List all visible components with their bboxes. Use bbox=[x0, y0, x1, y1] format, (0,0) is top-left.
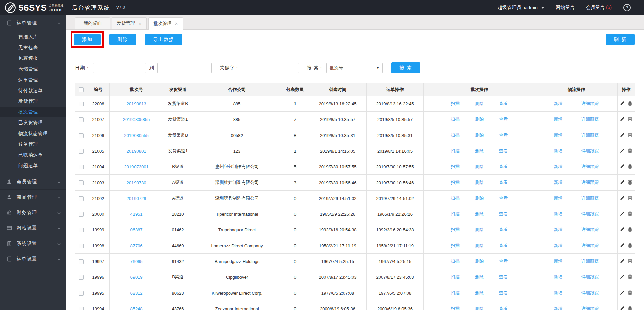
row-checkbox[interactable] bbox=[79, 259, 84, 264]
batch-no-link[interactable]: 20190730 bbox=[127, 180, 146, 185]
logistics-track-link[interactable]: 详细跟踪 bbox=[581, 258, 599, 264]
edit-icon[interactable] bbox=[620, 180, 625, 185]
batch-view-link[interactable]: 查看 bbox=[499, 211, 508, 217]
edit-icon[interactable] bbox=[620, 117, 625, 121]
logistics-add-link[interactable]: 新增 bbox=[554, 148, 562, 154]
logistics-add-link[interactable]: 新增 bbox=[554, 101, 562, 107]
sidebar-item-无主包裹[interactable]: 无主包裹 bbox=[0, 42, 66, 53]
batch-scan-link[interactable]: 扫描 bbox=[451, 195, 460, 201]
row-checkbox[interactable] bbox=[79, 180, 84, 185]
batch-no-link[interactable]: 87706 bbox=[130, 243, 142, 248]
sidebar-item-物流状态管理[interactable]: 物流状态管理 bbox=[0, 128, 66, 139]
logistics-track-link[interactable]: 详细跟踪 bbox=[581, 101, 599, 107]
sidebar-item-问题运单[interactable]: 问题运单 bbox=[0, 160, 66, 171]
row-checkbox[interactable] bbox=[79, 133, 84, 138]
refresh-button[interactable]: 刷 新 bbox=[606, 34, 635, 45]
logistics-add-link[interactable]: 新增 bbox=[554, 306, 562, 310]
batch-view-link[interactable]: 查看 bbox=[499, 116, 508, 122]
batch-no-link[interactable]: 20190805855 bbox=[123, 117, 150, 122]
member-messages-link[interactable]: 会员留言(5) bbox=[586, 5, 612, 11]
batch-no-link[interactable]: 69019 bbox=[130, 275, 142, 280]
batch-no-link[interactable]: 62312 bbox=[130, 291, 142, 296]
edit-icon[interactable] bbox=[620, 148, 625, 153]
batch-view-link[interactable]: 查看 bbox=[499, 306, 508, 310]
delete-button[interactable]: 删除 bbox=[109, 34, 136, 45]
batch-view-link[interactable]: 查看 bbox=[499, 290, 508, 296]
keyword-input[interactable] bbox=[243, 63, 299, 73]
edit-icon[interactable] bbox=[620, 211, 625, 216]
row-checkbox[interactable] bbox=[79, 196, 84, 201]
logistics-track-link[interactable]: 详细跟踪 bbox=[581, 148, 599, 154]
logistics-track-link[interactable]: 详细跟踪 bbox=[581, 306, 599, 310]
sidebar-group-会员管理[interactable]: 会员管理 bbox=[0, 174, 66, 189]
row-checkbox[interactable] bbox=[79, 244, 84, 248]
tab-我的桌面[interactable]: 我的桌面 bbox=[75, 17, 110, 29]
batch-scan-link[interactable]: 扫描 bbox=[451, 132, 460, 138]
delete-icon[interactable] bbox=[628, 196, 632, 200]
delete-icon[interactable] bbox=[628, 243, 632, 248]
batch-view-link[interactable]: 查看 bbox=[499, 227, 508, 233]
logistics-add-link[interactable]: 新增 bbox=[554, 258, 562, 264]
export-button[interactable]: 导出数据 bbox=[145, 34, 182, 45]
logistics-track-link[interactable]: 详细跟踪 bbox=[581, 243, 599, 249]
edit-icon[interactable] bbox=[620, 227, 625, 232]
batch-view-link[interactable]: 查看 bbox=[499, 195, 508, 201]
delete-icon[interactable] bbox=[628, 148, 632, 153]
add-button[interactable]: 添加 bbox=[74, 34, 101, 45]
logistics-add-link[interactable]: 新增 bbox=[554, 211, 562, 217]
batch-delete-link[interactable]: 删除 bbox=[475, 101, 484, 107]
batch-scan-link[interactable]: 扫描 bbox=[451, 148, 460, 154]
row-checkbox[interactable] bbox=[79, 117, 84, 122]
delete-icon[interactable] bbox=[628, 133, 632, 137]
batch-no-link[interactable]: 06387 bbox=[130, 227, 142, 232]
batch-view-link[interactable]: 查看 bbox=[499, 101, 508, 107]
tab-发货管理[interactable]: 发货管理× bbox=[112, 17, 147, 29]
logistics-track-link[interactable]: 详细跟踪 bbox=[581, 227, 599, 233]
batch-view-link[interactable]: 查看 bbox=[499, 274, 508, 280]
delete-icon[interactable] bbox=[628, 274, 632, 279]
logistics-add-link[interactable]: 新增 bbox=[554, 227, 562, 233]
sidebar-item-待付款运单[interactable]: 待付款运单 bbox=[0, 85, 66, 96]
logistics-track-link[interactable]: 详细跟踪 bbox=[581, 274, 599, 280]
delete-icon[interactable] bbox=[628, 180, 632, 185]
help-icon[interactable]: ? bbox=[623, 4, 631, 11]
select-all-checkbox[interactable] bbox=[79, 87, 84, 92]
sidebar-item-已发货管理[interactable]: 已发货管理 bbox=[0, 117, 66, 128]
site-messages-link[interactable]: 网站留言 bbox=[556, 5, 575, 11]
edit-icon[interactable] bbox=[620, 274, 625, 279]
sidebar-item-已取消运单[interactable]: 已取消运单 bbox=[0, 150, 66, 160]
batch-no-link[interactable]: 41951 bbox=[130, 212, 142, 217]
sidebar-group-运单管理[interactable]: 运单管理 bbox=[0, 15, 66, 31]
batch-view-link[interactable]: 查看 bbox=[499, 148, 508, 154]
date-from-input[interactable] bbox=[93, 63, 146, 73]
batch-scan-link[interactable]: 扫描 bbox=[451, 227, 460, 233]
row-checkbox[interactable] bbox=[79, 275, 84, 280]
sidebar-group-系统设置[interactable]: 系统设置 bbox=[0, 236, 66, 251]
batch-delete-link[interactable]: 删除 bbox=[475, 164, 484, 170]
search-type-select[interactable]: 批次号 ▼ bbox=[326, 63, 383, 73]
sidebar-group-运单设置[interactable]: 运单设置 bbox=[0, 251, 66, 266]
batch-view-link[interactable]: 查看 bbox=[499, 258, 508, 264]
sidebar-item-批次管理[interactable]: 批次管理 bbox=[0, 107, 66, 117]
batch-scan-link[interactable]: 扫描 bbox=[451, 116, 460, 122]
batch-scan-link[interactable]: 扫描 bbox=[451, 211, 460, 217]
user-menu[interactable]: 超级管理员 iadmin bbox=[498, 5, 544, 11]
batch-scan-link[interactable]: 扫描 bbox=[451, 179, 460, 186]
row-checkbox[interactable] bbox=[79, 291, 84, 296]
logistics-track-link[interactable]: 详细跟踪 bbox=[581, 195, 599, 201]
batch-scan-link[interactable]: 扫描 bbox=[451, 306, 460, 310]
edit-icon[interactable] bbox=[620, 259, 625, 263]
delete-icon[interactable] bbox=[628, 259, 632, 263]
sidebar-group-网站设置[interactable]: 网站设置 bbox=[0, 220, 66, 236]
batch-no-link[interactable]: 76065 bbox=[130, 259, 142, 264]
edit-icon[interactable] bbox=[620, 290, 625, 295]
logistics-track-link[interactable]: 详细跟踪 bbox=[581, 132, 599, 138]
batch-delete-link[interactable]: 删除 bbox=[475, 116, 484, 122]
batch-delete-link[interactable]: 删除 bbox=[475, 306, 484, 310]
batch-view-link[interactable]: 查看 bbox=[499, 164, 508, 170]
logistics-track-link[interactable]: 详细跟踪 bbox=[581, 116, 599, 122]
logistics-track-link[interactable]: 详细跟踪 bbox=[581, 179, 599, 186]
sidebar-item-仓储管理[interactable]: 仓储管理 bbox=[0, 64, 66, 74]
tab-close-icon[interactable]: × bbox=[139, 21, 142, 26]
batch-delete-link[interactable]: 删除 bbox=[475, 195, 484, 201]
